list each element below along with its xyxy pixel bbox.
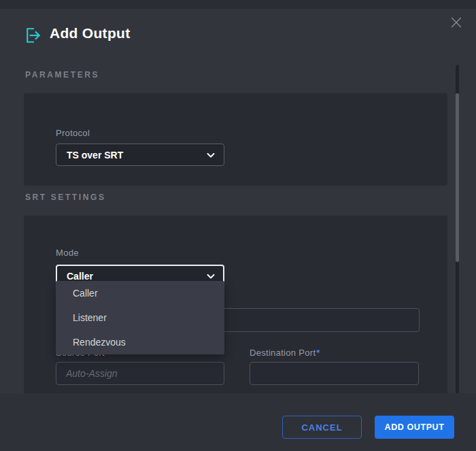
- protocol-select[interactable]: TS over SRT: [56, 144, 224, 166]
- page-background: Add Output PARAMETERS Protocol TS over S…: [0, 0, 476, 451]
- output-export-icon: [25, 27, 43, 44]
- chevron-down-icon: [206, 271, 216, 281]
- mode-select-value: Caller: [67, 271, 93, 282]
- close-button[interactable]: [448, 15, 464, 31]
- parameters-panel: Protocol TS over SRT: [24, 93, 447, 186]
- protocol-label: Protocol: [56, 128, 90, 138]
- scrollbar-thumb[interactable]: [456, 93, 459, 262]
- section-heading-parameters: PARAMETERS: [25, 70, 99, 80]
- modal-footer: CANCEL ADD OUTPUT: [0, 393, 476, 451]
- protocol-select-value: TS over SRT: [67, 150, 123, 161]
- destination-port-label: Destination Port*: [250, 348, 320, 358]
- modal-header: Add Output: [0, 9, 476, 65]
- mode-label: Mode: [56, 248, 79, 258]
- destination-port-input[interactable]: [250, 362, 419, 385]
- add-output-modal: Add Output PARAMETERS Protocol TS over S…: [0, 9, 476, 451]
- dropdown-option-listener[interactable]: Listener: [56, 305, 224, 330]
- scrollbar-track[interactable]: [456, 65, 459, 398]
- cancel-button[interactable]: CANCEL: [282, 416, 362, 439]
- page-title: Add Output: [50, 25, 130, 41]
- source-port-input[interactable]: [56, 362, 224, 385]
- close-icon: [449, 22, 464, 32]
- mode-dropdown-menu: Caller Listener Rendezvous: [56, 281, 224, 354]
- required-asterisk: *: [316, 348, 320, 358]
- srt-settings-panel: Mode Caller Caller Listener Rendezvous S…: [24, 216, 447, 393]
- dropdown-option-rendezvous[interactable]: Rendezvous: [56, 330, 224, 354]
- section-heading-srt-settings: SRT SETTINGS: [25, 193, 106, 202]
- add-output-button[interactable]: ADD OUTPUT: [375, 416, 454, 439]
- chevron-down-icon: [206, 150, 216, 160]
- dropdown-option-caller[interactable]: Caller: [56, 281, 224, 305]
